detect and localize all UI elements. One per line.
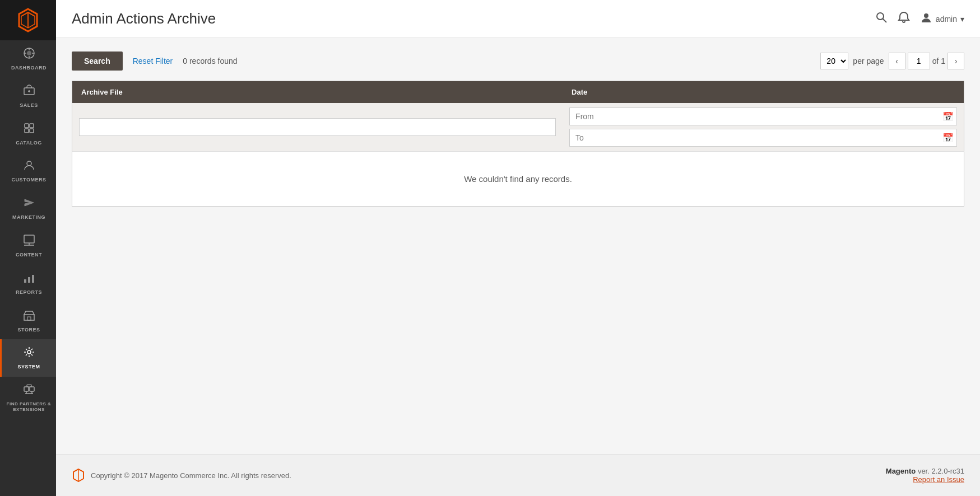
date-from-input[interactable] xyxy=(569,107,957,125)
svg-marker-19 xyxy=(25,199,34,206)
toolbar: Search Reset Filter 0 records found 20 3… xyxy=(72,52,964,71)
find-partners-icon xyxy=(23,383,35,399)
search-button[interactable]: Search xyxy=(72,52,123,71)
empty-results-row: We couldn't find any records. xyxy=(72,152,964,207)
sidebar-logo xyxy=(0,0,56,40)
prev-page-button[interactable]: ‹ xyxy=(889,53,905,69)
svg-rect-17 xyxy=(30,129,34,133)
svg-rect-24 xyxy=(28,277,30,283)
sidebar-item-label: SALES xyxy=(20,102,38,109)
svg-rect-16 xyxy=(25,129,29,133)
archive-file-filter-input[interactable] xyxy=(79,118,556,136)
search-icon[interactable] xyxy=(875,11,888,27)
per-page-select: 20 30 50 xyxy=(820,53,848,69)
page-nav: ‹ of 1 › xyxy=(889,53,964,69)
sidebar-item-stores[interactable]: STORES xyxy=(0,302,56,340)
next-page-button[interactable]: › xyxy=(948,53,964,69)
column-header-archive-file: Archive File xyxy=(72,81,563,104)
footer-logo-icon xyxy=(72,469,85,482)
customers-icon xyxy=(23,159,35,175)
sidebar-item-label: CATALOG xyxy=(16,140,42,146)
footer-brand: Magento xyxy=(886,467,916,475)
admin-user-menu[interactable]: admin ▾ xyxy=(920,11,964,26)
sales-icon xyxy=(23,85,35,100)
pagination-controls: 20 30 50 per page ‹ of 1 › xyxy=(820,53,964,69)
date-from-wrap: 📅 xyxy=(569,107,957,125)
sidebar-item-reports[interactable]: REPORTS xyxy=(0,265,56,302)
svg-rect-31 xyxy=(27,385,31,387)
date-filter-cell: 📅 📅 xyxy=(563,103,964,152)
calendar-to-icon[interactable]: 📅 xyxy=(942,133,954,143)
footer: Copyright © 2017 Magento Commerce Inc. A… xyxy=(56,454,980,496)
sidebar-item-catalog[interactable]: CATALOG xyxy=(0,115,56,153)
catalog-icon xyxy=(23,122,35,138)
sidebar-navigation: DASHBOARD SALES CATALOG CUSTOMERS MARKET… xyxy=(0,40,56,419)
footer-version: ver. 2.2.0-rc31 xyxy=(918,467,964,475)
svg-rect-25 xyxy=(32,275,34,283)
sidebar-item-customers[interactable]: CUSTOMERS xyxy=(0,152,56,190)
date-to-input[interactable] xyxy=(569,129,957,147)
bell-icon[interactable] xyxy=(898,11,910,27)
svg-rect-23 xyxy=(24,279,26,283)
footer-right: Magento ver. 2.2.0-rc31 Report an Issue xyxy=(886,467,964,484)
marketing-icon xyxy=(23,196,35,212)
per-page-dropdown[interactable]: 20 30 50 xyxy=(820,53,848,69)
per-page-label: per page xyxy=(853,57,884,65)
sidebar-item-label: MARKETING xyxy=(12,214,45,221)
sidebar-item-system[interactable]: SYSTEM xyxy=(0,339,56,377)
user-icon xyxy=(920,11,932,26)
chevron-down-icon: ▾ xyxy=(960,15,964,24)
records-count: 0 records found xyxy=(183,57,237,65)
page-of-label: of 1 xyxy=(932,57,945,65)
svg-rect-20 xyxy=(24,235,34,243)
page-number-input[interactable] xyxy=(908,53,930,69)
top-header: Admin Actions Archive admin ▾ xyxy=(56,0,980,38)
sidebar: DASHBOARD SALES CATALOG CUSTOMERS MARKET… xyxy=(0,0,56,496)
reports-icon xyxy=(23,272,35,287)
sidebar-item-label: REPORTS xyxy=(16,289,42,296)
svg-point-6 xyxy=(27,51,31,55)
sidebar-item-content[interactable]: CONTENT xyxy=(0,227,56,265)
svg-point-28 xyxy=(27,350,31,354)
date-to-wrap: 📅 xyxy=(569,129,957,147)
sidebar-item-find-partners[interactable]: FIND PARTNERS & EXTENSIONS xyxy=(0,377,56,419)
footer-left: Copyright © 2017 Magento Commerce Inc. A… xyxy=(72,469,291,482)
table-header-row: Archive File Date xyxy=(72,81,964,104)
reset-filter-link[interactable]: Reset Filter xyxy=(133,57,173,65)
svg-point-35 xyxy=(877,13,884,20)
svg-rect-30 xyxy=(30,387,34,391)
sidebar-item-label: STORES xyxy=(18,327,40,333)
sidebar-item-sales[interactable]: SALES xyxy=(0,78,56,115)
svg-rect-27 xyxy=(27,317,31,320)
sidebar-item-dashboard[interactable]: DASHBOARD xyxy=(0,40,56,78)
svg-rect-29 xyxy=(24,387,29,391)
content-icon xyxy=(23,234,35,250)
sidebar-item-label: CUSTOMERS xyxy=(12,177,47,183)
svg-line-41 xyxy=(73,469,78,472)
sidebar-item-label: CONTENT xyxy=(16,252,42,258)
filter-row: 📅 📅 xyxy=(72,103,964,152)
svg-rect-15 xyxy=(30,124,34,128)
calendar-from-icon[interactable]: 📅 xyxy=(942,111,954,122)
svg-point-37 xyxy=(924,13,928,18)
svg-line-36 xyxy=(883,18,886,22)
svg-rect-26 xyxy=(24,315,34,320)
admin-username: admin xyxy=(936,15,957,24)
sidebar-item-label: SYSTEM xyxy=(17,364,40,370)
footer-copyright: Copyright © 2017 Magento Commerce Inc. A… xyxy=(91,471,291,480)
empty-results-message: We couldn't find any records. xyxy=(72,152,964,207)
archive-file-filter-cell xyxy=(72,103,563,152)
svg-rect-14 xyxy=(25,124,29,128)
sidebar-item-marketing[interactable]: MARKETING xyxy=(0,190,56,227)
sidebar-item-label: DASHBOARD xyxy=(11,65,47,71)
stores-icon xyxy=(23,309,35,325)
dashboard-icon xyxy=(23,47,35,63)
svg-line-40 xyxy=(78,469,83,472)
column-header-date: Date xyxy=(563,81,964,104)
header-actions: admin ▾ xyxy=(875,11,964,27)
main-content: Admin Actions Archive admin ▾ Search Res… xyxy=(56,0,980,496)
system-icon xyxy=(23,346,35,362)
report-issue-link[interactable]: Report an Issue xyxy=(886,475,964,484)
data-table: Archive File Date 📅 xyxy=(72,81,964,207)
page-title: Admin Actions Archive xyxy=(72,10,216,27)
